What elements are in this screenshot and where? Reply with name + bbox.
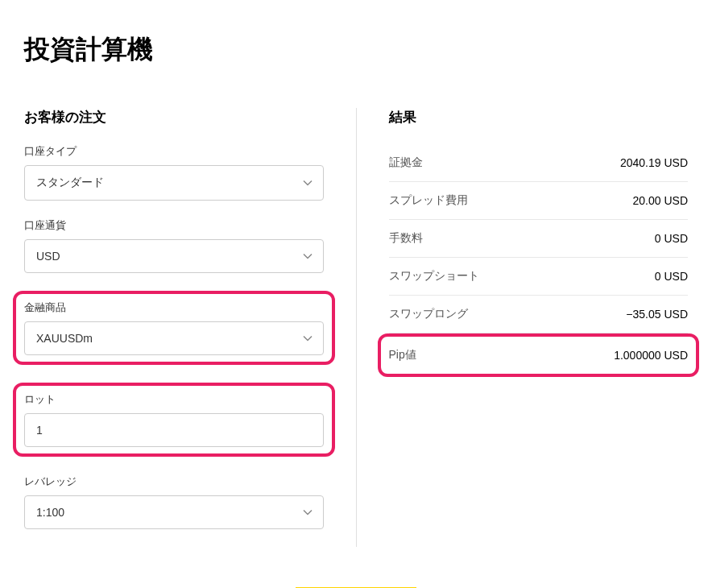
commission-label: 手数料 [389, 231, 423, 246]
result-pip-value: Pip値 1.000000 USD [378, 333, 700, 377]
page-title: 投資計算機 [24, 32, 688, 68]
leverage-group: レバレッジ 1:100 [24, 474, 324, 529]
account-currency-label: 口座通貨 [24, 218, 324, 233]
result-margin: 証拠金 2040.19 USD [389, 144, 689, 182]
instrument-label: 金融商品 [24, 300, 324, 315]
lot-group: ロット [13, 383, 335, 457]
result-commission: 手数料 0 USD [389, 220, 689, 258]
result-swap-long: スワップロング −35.05 USD [389, 296, 689, 333]
leverage-value: 1:100 [24, 495, 324, 529]
spread-cost-label: スプレッド費用 [389, 193, 468, 208]
result-spread-cost: スプレッド費用 20.00 USD [389, 182, 689, 220]
swap-short-value: 0 USD [655, 270, 688, 283]
result-swap-short: スワップショート 0 USD [389, 258, 689, 296]
swap-short-label: スワップショート [389, 269, 479, 284]
order-panel: お客様の注文 口座タイプ スタンダード 口座通貨 USD 金融商品 XAU [24, 108, 356, 547]
instrument-value: XAUUSDm [24, 321, 324, 355]
order-section-title: お客様の注文 [24, 108, 324, 126]
leverage-select[interactable]: 1:100 [24, 495, 324, 529]
results-panel: 結果 証拠金 2040.19 USD スプレッド費用 20.00 USD 手数料… [356, 108, 689, 547]
results-section-title: 結果 [389, 108, 689, 126]
instrument-select[interactable]: XAUUSDm [24, 321, 324, 355]
margin-label: 証拠金 [389, 155, 423, 170]
margin-value: 2040.19 USD [620, 156, 688, 169]
lot-label: ロット [24, 392, 324, 407]
leverage-label: レバレッジ [24, 474, 324, 489]
account-type-group: 口座タイプ スタンダード [24, 144, 324, 201]
spread-cost-value: 20.00 USD [633, 194, 688, 207]
account-currency-group: 口座通貨 USD [24, 218, 324, 273]
content-wrapper: お客様の注文 口座タイプ スタンダード 口座通貨 USD 金融商品 XAU [24, 108, 688, 547]
commission-value: 0 USD [655, 232, 688, 245]
instrument-group: 金融商品 XAUUSDm [13, 291, 335, 365]
account-type-value: スタンダード [24, 165, 324, 201]
swap-long-label: スワップロング [389, 307, 468, 321]
account-currency-value: USD [24, 239, 324, 273]
account-type-select[interactable]: スタンダード [24, 165, 324, 201]
pip-value-label: Pip値 [389, 348, 416, 362]
pip-value-value: 1.000000 USD [614, 349, 688, 362]
account-type-label: 口座タイプ [24, 144, 324, 159]
account-currency-select[interactable]: USD [24, 239, 324, 273]
swap-long-value: −35.05 USD [626, 308, 688, 321]
lot-input[interactable] [24, 413, 324, 447]
